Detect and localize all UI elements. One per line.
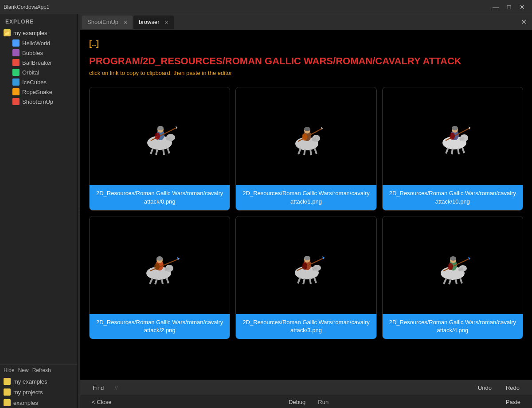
tab-bar: ShootEmUp × browser × ✕ bbox=[80, 14, 532, 30]
tab-close-shootemup[interactable]: × bbox=[124, 19, 127, 26]
tab-browser[interactable]: browser × bbox=[133, 16, 173, 29]
close-all-tabs-button[interactable]: ✕ bbox=[517, 16, 530, 28]
sidebar-section: 📁 my examples HelloWorld Bubbles BallBre… bbox=[0, 27, 77, 364]
titlebar: BlankCordovaApp1 — □ ✕ bbox=[0, 0, 532, 14]
image-preview-10 bbox=[383, 87, 523, 185]
sidebar-item-shootemup[interactable]: ShootEmUp bbox=[0, 97, 77, 106]
cavalry-svg-2 bbox=[133, 245, 186, 285]
browser-content[interactable]: [..] PROGRAM/2D_RESOURCES/ROMAN GALLIC W… bbox=[80, 30, 532, 380]
svg-line-31 bbox=[458, 149, 459, 154]
sidebar-item-label: ShootEmUp bbox=[22, 98, 53, 105]
svg-line-56 bbox=[303, 279, 305, 284]
sidebar-item-ballbreaker[interactable]: BallBreaker bbox=[0, 58, 77, 67]
image-card-label-10: 2D_Resources/Roman Gallic Wars/roman/cav… bbox=[383, 185, 523, 210]
folder-icon: 📁 bbox=[4, 29, 11, 36]
sidebar-item-label: IceCubes bbox=[22, 79, 47, 86]
image-card-3[interactable]: 2D_Resources/Roman Gallic Wars/roman/cav… bbox=[235, 216, 376, 339]
svg-line-44 bbox=[162, 279, 163, 284]
image-card-4[interactable]: 2D_Resources/Roman Gallic Wars/roman/cav… bbox=[382, 216, 523, 339]
svg-line-58 bbox=[314, 278, 316, 283]
svg-point-38 bbox=[450, 133, 455, 140]
svg-line-19 bbox=[315, 149, 317, 154]
cavalry-svg-0 bbox=[133, 116, 186, 156]
sidebar-item-orbital[interactable]: Orbital bbox=[0, 67, 77, 77]
close-button[interactable]: < Close bbox=[86, 398, 117, 406]
svg-line-30 bbox=[452, 149, 453, 154]
tab-label: browser bbox=[139, 19, 159, 25]
hide-button[interactable]: Hide bbox=[4, 367, 15, 373]
svg-line-70 bbox=[456, 279, 457, 284]
svg-line-45 bbox=[167, 278, 168, 283]
cavalry-svg-10 bbox=[426, 116, 479, 156]
debug-button[interactable]: Debug bbox=[282, 398, 312, 406]
svg-line-55 bbox=[298, 278, 300, 283]
paste-button[interactable]: Paste bbox=[500, 398, 527, 406]
breadcrumb-link[interactable]: [..] bbox=[89, 39, 99, 48]
sidebar: Explore 📁 my examples HelloWorld Bubbles… bbox=[0, 14, 78, 408]
sidebar-item-label: RopeSnake bbox=[22, 89, 52, 95]
refresh-button[interactable]: Refresh bbox=[32, 367, 51, 373]
cavalry-svg-4 bbox=[426, 245, 479, 285]
app-body: Explore 📁 my examples HelloWorld Bubbles… bbox=[0, 14, 532, 408]
svg-line-15 bbox=[312, 138, 316, 140]
sidebar-bottom-label: my examples bbox=[13, 378, 47, 385]
image-preview-2 bbox=[90, 216, 230, 314]
sidebar-bottom-my-projects[interactable]: my projects bbox=[0, 387, 77, 397]
image-grid: 2D_Resources/Roman Gallic Wars/roman/cav… bbox=[89, 87, 523, 339]
svg-line-6 bbox=[168, 148, 169, 153]
undo-button[interactable]: Undo bbox=[471, 383, 499, 393]
svg-line-68 bbox=[444, 278, 446, 284]
main-panel: ShootEmUp × browser × ✕ [..] PROGRAM/2D_… bbox=[80, 14, 532, 408]
redo-button[interactable]: Redo bbox=[499, 383, 527, 393]
image-card-1[interactable]: 2D_Resources/Roman Gallic Wars/roman/cav… bbox=[235, 87, 376, 210]
sidebar-group-my-examples[interactable]: 📁 my examples bbox=[0, 27, 77, 38]
svg-line-43 bbox=[155, 279, 157, 284]
sidebar-bottom-my-examples[interactable]: my examples bbox=[0, 376, 77, 387]
sidebar-item-ropesnake[interactable]: RopeSnake bbox=[0, 87, 77, 97]
svg-point-9 bbox=[157, 126, 164, 130]
sidebar-item-label: Bubbles bbox=[22, 50, 43, 56]
sidebar-toolbar: Hide New Refresh bbox=[0, 365, 77, 376]
svg-marker-50 bbox=[177, 257, 180, 260]
svg-point-77 bbox=[448, 263, 453, 270]
image-card-0[interactable]: 2D_Resources/Roman Gallic Wars/roman/cav… bbox=[89, 87, 230, 210]
image-preview-1 bbox=[236, 87, 376, 185]
new-button[interactable]: New bbox=[18, 367, 29, 373]
maximize-button[interactable]: □ bbox=[503, 2, 515, 12]
app-title: BlankCordovaApp1 bbox=[4, 4, 49, 10]
sidebar-item-label: Orbital bbox=[22, 69, 39, 76]
svg-point-61 bbox=[304, 256, 310, 260]
find-button[interactable]: Find bbox=[86, 383, 111, 393]
sidebar-bottom-examples[interactable]: examples bbox=[0, 397, 77, 408]
status-bar: < Close Debug Run Paste bbox=[80, 396, 532, 408]
svg-point-12 bbox=[155, 133, 160, 140]
close-button[interactable]: ✕ bbox=[516, 2, 528, 12]
svg-line-32 bbox=[462, 148, 464, 153]
sidebar-item-icecubes[interactable]: IceCubes bbox=[0, 77, 77, 87]
image-card-label-4: 2D_Resources/Roman Gallic Wars/roman/cav… bbox=[383, 314, 523, 339]
sidebar-item-bubbles[interactable]: Bubbles bbox=[0, 48, 77, 58]
svg-line-28 bbox=[460, 138, 464, 140]
svg-line-17 bbox=[304, 149, 305, 155]
svg-line-4 bbox=[156, 149, 157, 155]
tab-shootemup[interactable]: ShootEmUp × bbox=[82, 16, 133, 29]
breadcrumb[interactable]: [..] bbox=[89, 39, 523, 55]
svg-line-18 bbox=[310, 149, 311, 155]
sidebar-bottom-label: my projects bbox=[13, 389, 43, 396]
svg-line-3 bbox=[151, 148, 153, 154]
svg-line-2 bbox=[166, 137, 171, 139]
run-button[interactable]: Run bbox=[312, 398, 335, 406]
minimize-button[interactable]: — bbox=[489, 2, 502, 12]
sidebar-item-helloworld[interactable]: HelloWorld bbox=[0, 38, 77, 48]
image-card-2[interactable]: 2D_Resources/Roman Gallic Wars/roman/cav… bbox=[89, 216, 230, 339]
svg-point-35 bbox=[452, 126, 458, 130]
item-icon bbox=[12, 59, 20, 66]
sidebar-section-label: Explore bbox=[0, 14, 77, 27]
folder-icon bbox=[4, 399, 11, 406]
svg-point-64 bbox=[302, 263, 307, 270]
item-icon bbox=[12, 78, 20, 86]
tab-close-browser[interactable]: × bbox=[165, 19, 168, 26]
svg-point-51 bbox=[154, 263, 160, 270]
cavalry-svg-1 bbox=[279, 116, 332, 156]
image-card-10[interactable]: 2D_Resources/Roman Gallic Wars/roman/cav… bbox=[382, 87, 523, 210]
